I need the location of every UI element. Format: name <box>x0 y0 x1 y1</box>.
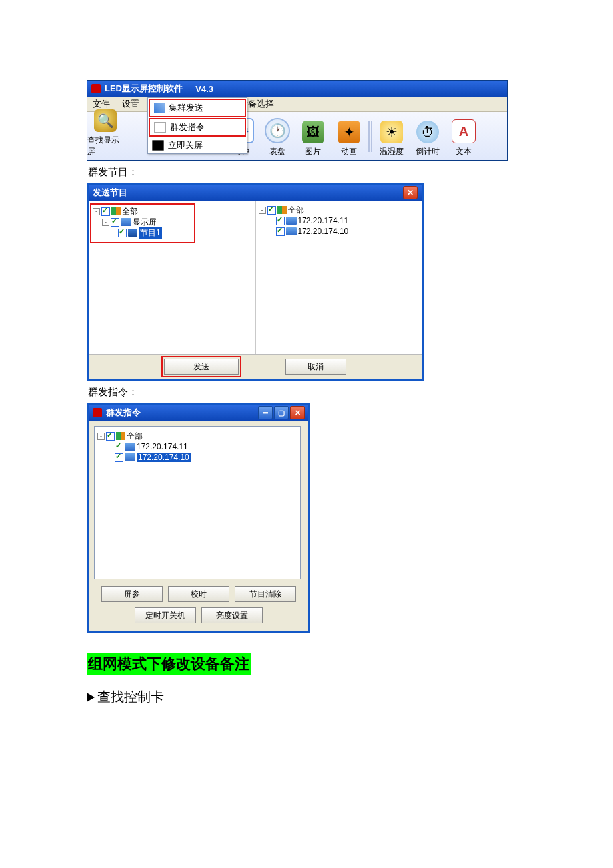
collapse-icon[interactable]: - <box>97 433 105 440</box>
tree-root-row[interactable]: - 全部 <box>93 206 193 217</box>
cluster-send-label: 集群发送 <box>169 102 203 114</box>
screen-param-button[interactable]: 屏参 <box>101 586 163 602</box>
step-text: 查找控制卡 <box>97 689 164 704</box>
device-tree-pane: - 全部 172.20.174.11 172.20.174.10 <box>256 201 422 354</box>
checkbox-all[interactable] <box>101 207 110 216</box>
toolbar-animation-label: 动画 <box>341 146 357 157</box>
tree-screen-row[interactable]: - 显示屏 <box>93 217 193 227</box>
clear-program-button[interactable]: 节目清除 <box>235 586 296 602</box>
close-button[interactable]: ✕ <box>403 186 418 199</box>
cmd-root-row[interactable]: - 全部 <box>97 431 297 441</box>
app-window: LED显示屏控制软件 V4.3 文件 设置 操作 语言 关于 设备选择 集群发送… <box>87 80 508 161</box>
countdown-icon: ⏱ <box>416 121 439 143</box>
cmd-device-row-1[interactable]: 172.20.174.11 <box>97 441 297 452</box>
magnifier-icon: 🔍 <box>94 109 117 132</box>
collapse-icon[interactable]: - <box>102 219 109 226</box>
cmd-device-ip-2: 172.20.174.10 <box>137 453 191 462</box>
monitor-icon <box>125 453 135 461</box>
cmd-dialog-titlebar: 群发指令 ━ ▢ ✕ <box>89 405 308 421</box>
toolbar-dial-label: 表盘 <box>269 146 285 157</box>
menu-item-power-off[interactable]: 立即关屏 <box>148 137 247 153</box>
tree-screen-label: 显示屏 <box>133 217 157 228</box>
toolbar-search-label: 查找显示屏 <box>87 135 123 157</box>
monitor-icon <box>286 217 297 225</box>
device-row-1[interactable]: 172.20.174.11 <box>259 215 420 226</box>
section-heading-text: 组网模式下修改设备备注 <box>87 653 251 675</box>
checkbox-device-1[interactable] <box>115 443 123 451</box>
send-dialog-footer: 发送 取消 <box>89 354 422 379</box>
checkbox-all-devices[interactable] <box>267 206 276 215</box>
folder-icon <box>116 432 125 440</box>
app-titlebar: LED显示屏控制软件 V4.3 <box>87 81 507 97</box>
timer-switch-button[interactable]: 定时开关机 <box>135 607 196 623</box>
send-dialog-titlebar: 发送节目 ✕ <box>89 185 422 201</box>
toolbar-countdown[interactable]: ⏱ 倒计时 <box>410 121 446 160</box>
menu-item-cluster-send[interactable]: 集群发送 <box>150 100 245 116</box>
cmd-device-row-2[interactable]: 172.20.174.10 <box>97 452 297 463</box>
minimize-button[interactable]: ━ <box>258 406 273 419</box>
cancel-button[interactable]: 取消 <box>285 359 346 375</box>
toolbar-animation[interactable]: ✦ 动画 <box>331 121 367 160</box>
maximize-button[interactable]: ▢ <box>274 406 289 419</box>
picture-icon: 🖼 <box>302 121 324 143</box>
cmd-device-ip-1: 172.20.174.11 <box>137 442 188 451</box>
device-row-2[interactable]: 172.20.174.10 <box>259 226 420 237</box>
power-off-label: 立即关屏 <box>168 139 203 151</box>
app-icon <box>91 84 101 93</box>
toolbar-separator <box>368 121 372 152</box>
program-tree-pane: - 全部 - 显示屏 节目1 <box>89 201 256 354</box>
highlight-cluster-send: 集群发送 <box>149 99 246 117</box>
toolbar-text-label: 文本 <box>456 146 472 157</box>
device-root-row[interactable]: - 全部 <box>259 205 420 215</box>
checkbox-device-2[interactable] <box>115 453 123 462</box>
command-icon <box>154 122 166 133</box>
toolbar-picture-label: 图片 <box>305 146 321 157</box>
folder-icon <box>111 207 121 215</box>
device-root-label: 全部 <box>288 205 304 216</box>
caption-group-send-command: 群发指令： <box>88 386 526 399</box>
cmd-root-label: 全部 <box>127 431 143 442</box>
collapse-icon[interactable]: - <box>259 207 266 214</box>
group-command-label: 群发指令 <box>170 121 205 133</box>
highlight-group-command: 群发指令 <box>149 118 246 137</box>
section-heading: 组网模式下修改设备备注 <box>87 633 526 675</box>
send-icon <box>154 103 165 113</box>
weather-icon: ☀ <box>380 121 403 143</box>
tree-program-row[interactable]: 节目1 <box>93 227 193 238</box>
toolbar-temperature-label: 温湿度 <box>380 146 404 157</box>
cmd-button-row: 屏参 校时 节目清除 定时开关机 亮度设置 <box>94 586 303 626</box>
program-icon <box>128 229 137 237</box>
toolbar-dial[interactable]: 🕐 表盘 <box>259 118 295 160</box>
close-button[interactable]: ✕ <box>290 406 305 419</box>
cmd-device-tree: - 全部 172.20.174.11 172.20.174.10 <box>94 426 301 579</box>
device-ip-1: 172.20.174.11 <box>298 216 349 225</box>
power-off-icon <box>152 140 164 151</box>
send-button[interactable]: 发送 <box>164 359 239 375</box>
menu-item-group-command[interactable]: 群发指令 <box>150 119 245 135</box>
monitor-icon <box>121 218 131 226</box>
brightness-button[interactable]: 亮度设置 <box>201 607 263 623</box>
toolbar-search[interactable]: 🔍 查找显示屏 <box>87 109 123 160</box>
animation-icon: ✦ <box>338 121 360 143</box>
cmd-dialog-title: 群发指令 <box>106 407 141 419</box>
caption-group-send-program: 群发节目： <box>88 166 526 179</box>
toolbar-text[interactable]: A 文本 <box>446 119 482 160</box>
tree-root-label: 全部 <box>122 206 138 217</box>
checkbox-device-2[interactable] <box>276 227 285 236</box>
checkbox-all[interactable] <box>106 432 115 441</box>
send-program-dialog: 发送节目 ✕ - 全部 - 显示屏 <box>87 183 424 381</box>
checkbox-device-1[interactable] <box>276 217 285 225</box>
highlight-program-tree: - 全部 - 显示屏 节目1 <box>90 203 195 243</box>
app-version: V4.3 <box>195 84 213 94</box>
checkbox-screen[interactable] <box>111 218 119 227</box>
toolbar-temperature[interactable]: ☀ 温湿度 <box>374 121 410 160</box>
text-icon: A <box>452 119 476 143</box>
time-sync-button[interactable]: 校时 <box>168 586 229 602</box>
dial-icon: 🕐 <box>265 118 290 143</box>
checkbox-program[interactable] <box>118 229 127 237</box>
send-dialog-title: 发送节目 <box>93 187 127 199</box>
toolbar: 集群发送 群发指令 立即关屏 🔍 查找显示屏 8:54 时钟 🕐 <box>87 112 507 160</box>
toolbar-countdown-label: 倒计时 <box>416 146 440 157</box>
toolbar-picture[interactable]: 🖼 图片 <box>295 121 331 160</box>
collapse-icon[interactable]: - <box>93 208 100 215</box>
